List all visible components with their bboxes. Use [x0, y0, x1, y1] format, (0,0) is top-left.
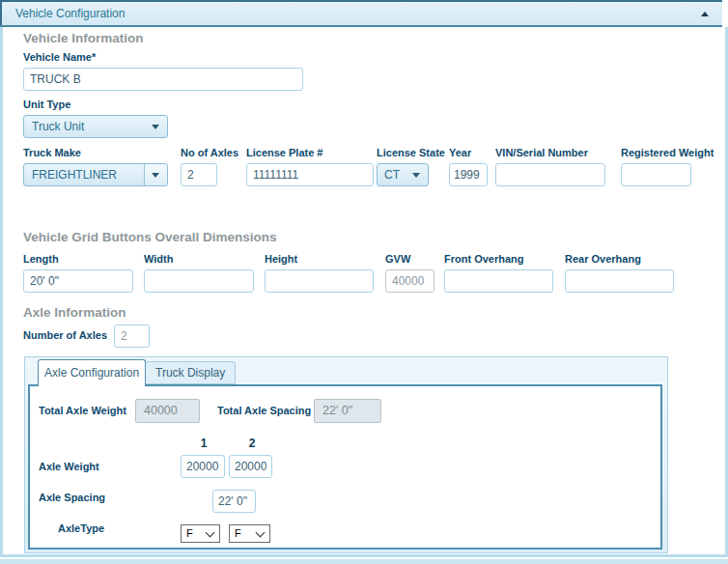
page-border-left — [0, 27, 3, 557]
chevron-down-icon — [206, 528, 215, 538]
registered-weight-label: Registered Weight — [621, 147, 714, 158]
field-length: Length — [23, 253, 133, 293]
tab-truck-display[interactable]: Truck Display — [145, 361, 236, 384]
vehicle-configuration-page: Vehicle Configuration Vehicle Informatio… — [0, 0, 728, 564]
no-of-axles-input[interactable] — [181, 163, 217, 186]
axle-type-select-2[interactable]: F — [229, 524, 270, 543]
field-front-overhang: Front Overhang — [444, 253, 553, 293]
year-input[interactable] — [449, 163, 488, 186]
length-input[interactable] — [23, 269, 133, 293]
field-license-plate: License Plate # — [246, 147, 374, 186]
chevron-down-icon — [412, 173, 420, 178]
front-overhang-label: Front Overhang — [444, 253, 553, 265]
field-vehicle-name: Vehicle Name* — [23, 51, 303, 91]
unit-type-label: Unit Type — [23, 99, 168, 110]
section-heading-vehicle-information: Vehicle Information — [23, 31, 144, 45]
gvw-label: GVW — [385, 253, 434, 265]
field-no-of-axles: No of Axles — [181, 147, 238, 186]
total-axle-spacing-value: 22' 0" — [314, 399, 381, 423]
field-unit-type: Unit Type Truck Unit — [23, 99, 168, 138]
total-axle-weight-value: 40000 — [135, 399, 200, 423]
axle-weight-input-1[interactable] — [181, 455, 225, 478]
field-registered-weight: Registered Weight — [621, 147, 714, 186]
total-axle-weight-label: Total Axle Weight — [39, 405, 126, 416]
truck-make-value: FREIGHTLINER — [32, 168, 117, 182]
page-title: Vehicle Configuration — [15, 7, 125, 20]
chevron-down-icon — [152, 173, 159, 178]
field-height: Height — [265, 253, 374, 293]
axle-weight-label: Axle Weight — [39, 461, 99, 472]
axle-type-value-1: F — [186, 527, 193, 539]
front-overhang-input[interactable] — [444, 269, 553, 293]
truck-make-dropdown-button[interactable] — [144, 164, 167, 185]
vehicle-name-label: Vehicle Name* — [23, 51, 303, 63]
no-of-axles-label: No of Axles — [181, 147, 238, 158]
axle-type-select-1[interactable]: F — [181, 524, 220, 543]
field-width: Width — [144, 253, 254, 293]
unit-type-dropdown[interactable]: Truck Unit — [23, 115, 168, 138]
page-border-bottom — [0, 554, 728, 557]
next-section-bar — [0, 559, 728, 564]
section-heading-overall-dimensions: Vehicle Grid Buttons Overall Dimensions — [23, 230, 277, 244]
axle-column-header-1: 1 — [182, 437, 226, 450]
truck-make-dropdown[interactable]: FREIGHTLINER — [23, 163, 168, 186]
length-label: Length — [23, 253, 133, 265]
tab-axle-configuration[interactable]: Axle Configuration — [38, 359, 146, 386]
axle-spacing-input-1[interactable] — [212, 490, 256, 513]
gvw-input[interactable] — [385, 269, 434, 293]
axle-configuration-content: Total Axle Weight 40000 Total Axle Spaci… — [28, 384, 662, 550]
field-license-state: License State CT — [377, 147, 445, 186]
truck-make-label: Truck Make — [23, 147, 168, 158]
field-truck-make: Truck Make FREIGHTLINER — [23, 147, 168, 186]
license-state-dropdown[interactable]: CT — [377, 163, 429, 186]
rear-overhang-label: Rear Overhang — [565, 253, 674, 265]
field-vin: VIN/Serial Number — [495, 147, 605, 186]
width-input[interactable] — [144, 269, 254, 293]
vin-label: VIN/Serial Number — [495, 147, 605, 158]
license-state-value: CT — [384, 168, 400, 182]
axle-type-label: AxleType — [58, 522, 104, 534]
registered-weight-input[interactable] — [621, 163, 691, 186]
field-gvw: GVW — [385, 253, 434, 293]
axle-weight-input-2[interactable] — [229, 455, 272, 478]
axle-type-value-2: F — [235, 527, 241, 539]
vehicle-name-input[interactable] — [23, 68, 303, 91]
chevron-down-icon — [256, 528, 266, 538]
license-plate-input[interactable] — [246, 163, 374, 186]
number-of-axles-input[interactable] — [114, 324, 150, 348]
license-plate-label: License Plate # — [246, 147, 374, 158]
header-divider — [0, 25, 722, 27]
axle-column-header-2: 2 — [230, 437, 274, 450]
year-label: Year — [449, 147, 488, 158]
axle-tab-panel: Axle Configuration Truck Display Total A… — [24, 356, 668, 553]
axle-spacing-label: Axle Spacing — [39, 492, 105, 503]
number-of-axles-label: Number of Axles — [23, 329, 107, 341]
license-state-label: License State — [377, 147, 445, 158]
vin-input[interactable] — [495, 163, 605, 186]
section-header-vehicle-configuration[interactable]: Vehicle Configuration — [0, 0, 722, 25]
height-input[interactable] — [265, 269, 374, 293]
width-label: Width — [144, 253, 254, 265]
total-axle-spacing-label: Total Axle Spacing — [217, 405, 311, 416]
unit-type-value: Truck Unit — [32, 120, 84, 133]
field-rear-overhang: Rear Overhang — [565, 253, 674, 293]
collapse-icon[interactable] — [701, 12, 709, 16]
field-year: Year — [449, 147, 488, 186]
height-label: Height — [265, 253, 374, 265]
section-heading-axle-information: Axle Information — [23, 305, 126, 320]
chevron-down-icon — [152, 125, 159, 129]
rear-overhang-input[interactable] — [565, 269, 674, 293]
